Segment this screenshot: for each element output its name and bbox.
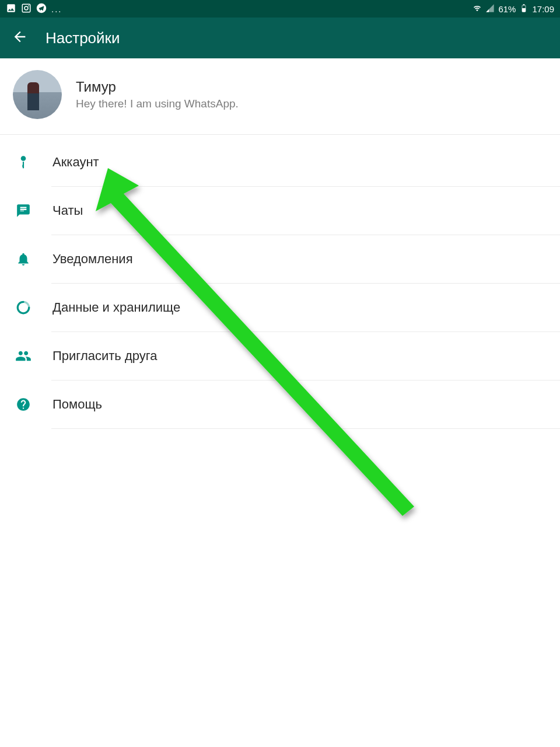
profile-info: Тимур Hey there! I am using WhatsApp. (76, 79, 239, 110)
settings-label: Пригласить друга (52, 348, 545, 364)
key-icon (15, 154, 32, 170)
status-more: ... (51, 4, 62, 14)
wifi-icon (473, 4, 482, 15)
settings-item-data-storage[interactable]: Данные и хранилище (0, 284, 560, 331)
settings-label: Данные и хранилище (52, 300, 545, 315)
settings-label: Уведомления (52, 252, 545, 267)
settings-label: Чаты (52, 203, 545, 218)
battery-icon (519, 4, 528, 15)
settings-item-help[interactable]: Помощь (0, 381, 560, 428)
svg-point-1 (28, 5, 29, 6)
bell-icon (15, 251, 32, 267)
signal-icon (485, 4, 495, 15)
clock-time: 17:09 (532, 4, 554, 14)
svg-rect-3 (523, 5, 526, 8)
status-bar: ... 61% 17:09 (0, 0, 560, 18)
settings-list: Аккаунт Чаты Уведомления Данные и хранил… (0, 135, 560, 429)
app-bar: Настройки (0, 18, 560, 58)
settings-label: Помощь (52, 397, 545, 412)
back-arrow-icon[interactable] (12, 29, 28, 47)
settings-label: Аккаунт (52, 155, 545, 170)
profile-section[interactable]: Тимур Hey there! I am using WhatsApp. (0, 58, 560, 135)
avatar[interactable] (13, 70, 62, 119)
settings-item-invite-friend[interactable]: Пригласить друга (0, 332, 560, 380)
help-icon (15, 396, 32, 413)
divider (51, 428, 560, 429)
page-title: Настройки (46, 29, 120, 47)
telegram-icon (36, 3, 47, 15)
battery-percent: 61% (498, 4, 516, 14)
settings-item-chats[interactable]: Чаты (0, 187, 560, 235)
svg-point-0 (24, 6, 28, 10)
settings-item-notifications[interactable]: Уведомления (0, 235, 560, 283)
message-icon (15, 203, 32, 219)
gallery-icon (6, 3, 16, 15)
profile-name: Тимур (76, 79, 239, 95)
instagram-icon (21, 3, 32, 15)
status-bar-right: 61% 17:09 (473, 4, 554, 15)
settings-item-account[interactable]: Аккаунт (0, 138, 560, 186)
profile-status: Hey there! I am using WhatsApp. (76, 97, 239, 110)
people-icon (15, 348, 32, 364)
data-icon (15, 299, 32, 316)
status-bar-left: ... (6, 3, 62, 15)
